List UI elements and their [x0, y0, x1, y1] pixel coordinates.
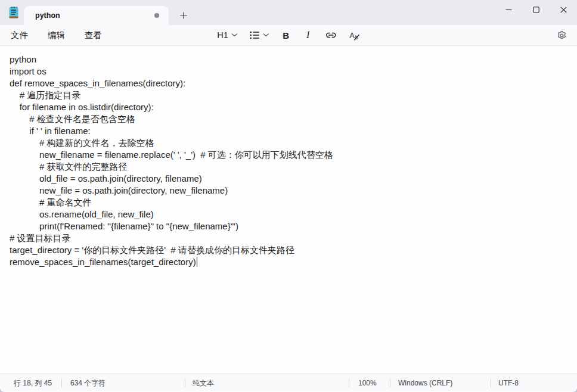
gear-icon	[557, 30, 567, 41]
close-button[interactable]	[550, 0, 577, 19]
bold-label: B	[281, 30, 291, 41]
statusbar-divider	[185, 378, 185, 387]
document-type: 纯文本	[193, 378, 214, 388]
encoding: UTF-8	[498, 379, 519, 387]
bold-button[interactable]: B	[277, 28, 295, 43]
tab-label: python	[31, 11, 154, 20]
list-style-button[interactable]	[246, 28, 272, 42]
line-ending: Windows (CRLF)	[398, 379, 452, 387]
last-line-text: remove_spaces_in_filenames(target_direct…	[10, 257, 196, 267]
statusbar-divider	[61, 378, 62, 387]
new-tab-button[interactable]	[176, 8, 191, 23]
maximize-icon	[533, 7, 539, 13]
tab-python[interactable]: python	[24, 6, 169, 25]
titlebar: python	[0, 0, 577, 25]
zoom-level[interactable]: 100%	[358, 379, 377, 387]
settings-button[interactable]	[553, 27, 570, 43]
italic-button[interactable]: I	[300, 27, 317, 43]
clear-formatting-button[interactable]: A b	[345, 28, 364, 43]
statusbar-divider	[390, 378, 390, 387]
minimize-button[interactable]	[495, 0, 522, 19]
editor-last-line: remove_spaces_in_filenames(target_direct…	[10, 256, 567, 268]
heading-style-button[interactable]: H1	[213, 28, 241, 42]
maximize-button[interactable]	[522, 0, 550, 19]
heading-label: H1	[217, 30, 228, 40]
text-caret	[197, 257, 198, 267]
chevron-down-icon	[263, 33, 269, 37]
menu-view[interactable]: 查看	[78, 27, 108, 43]
statusbar-divider	[491, 378, 491, 387]
svg-text:A: A	[349, 31, 355, 40]
chevron-down-icon	[231, 33, 237, 37]
editor-text: python import os def remove_spaces_in_fi…	[10, 54, 567, 256]
cursor-position: 行 18, 列 45	[14, 378, 52, 388]
caption-buttons	[495, 0, 577, 19]
menu-file[interactable]: 文件	[4, 27, 35, 43]
minimize-icon	[505, 7, 512, 13]
plus-icon	[179, 11, 188, 20]
italic-label: I	[303, 30, 313, 41]
close-icon	[560, 7, 567, 13]
statusbar-divider	[349, 378, 349, 387]
notepad-window: python	[0, 0, 577, 392]
link-icon	[325, 31, 337, 39]
formatting-toolbar: H1 B I	[213, 25, 364, 45]
notepad-app-icon	[7, 5, 21, 21]
clear-formatting-icon: A b	[349, 30, 360, 41]
text-editor[interactable]: python import os def remove_spaces_in_fi…	[0, 46, 577, 374]
unsaved-indicator-dot	[154, 13, 159, 18]
menu-toolbar-row: 文件 编辑 查看 H1	[0, 25, 577, 46]
character-count: 634 个字符	[70, 378, 106, 388]
insert-link-button[interactable]	[321, 29, 340, 42]
status-bar: 行 18, 列 45 634 个字符 纯文本 100% Windows (CRL…	[0, 374, 577, 391]
bullet-list-icon	[249, 30, 260, 40]
menu-edit[interactable]: 编辑	[41, 27, 72, 43]
